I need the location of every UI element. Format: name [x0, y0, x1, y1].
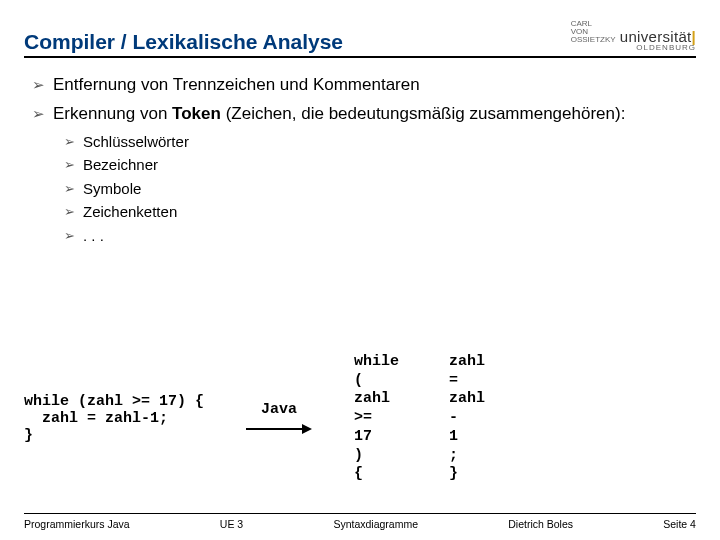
arrow-icon — [244, 422, 314, 436]
logo-lines: CARL VON OSSIETZKY — [571, 20, 616, 44]
logo-city: OLDENBURG — [636, 43, 696, 52]
bullet-text: . . . — [83, 226, 104, 246]
footer-author: Dietrich Boles — [508, 518, 573, 530]
source-code: while (zahl >= 17) { zahl = zahl-1; } — [24, 393, 204, 444]
bullet-level2: ➢ Symbole — [64, 179, 688, 199]
bullet-text: Entfernung von Trennzeichen und Kommenta… — [53, 74, 420, 97]
bullet-level2: ➢ Schlüsselwörter — [64, 132, 688, 152]
slide-footer: Programmierkurs Java UE 3 Syntaxdiagramm… — [24, 513, 696, 530]
bold-token: Token — [172, 104, 221, 123]
chevron-icon: ➢ — [64, 134, 75, 149]
bullet-text: Erkennung von Token (Zeichen, die bedeut… — [53, 103, 625, 126]
token-example: while (zahl >= 17) { zahl = zahl-1; } Ja… — [24, 353, 696, 484]
bullet-text: Symbole — [83, 179, 141, 199]
footer-unit: UE 3 — [220, 518, 243, 530]
bullet-level2: ➢ Bezeichner — [64, 155, 688, 175]
chevron-icon: ➢ — [32, 76, 45, 94]
bullet-level2: ➢ . . . — [64, 226, 688, 246]
university-logo: CARL VON OSSIETZKY universität| OLDENBUR… — [571, 20, 696, 54]
bullet-text: Bezeichner — [83, 155, 158, 175]
token-column-2: zahl = zahl - 1 ; } — [449, 353, 485, 484]
footer-page: Seite 4 — [663, 518, 696, 530]
bullet-level2: ➢ Zeichenketten — [64, 202, 688, 222]
bullet-level1: ➢ Erkennung von Token (Zeichen, die bede… — [32, 103, 688, 126]
chevron-icon: ➢ — [64, 228, 75, 243]
slide-title: Compiler / Lexikalische Analyse — [24, 30, 343, 54]
svg-marker-1 — [302, 424, 312, 434]
slide-content: ➢ Entfernung von Trennzeichen und Kommen… — [24, 74, 696, 245]
arrow-label: Java — [261, 401, 297, 418]
footer-topic: Syntaxdiagramme — [333, 518, 418, 530]
footer-course: Programmierkurs Java — [24, 518, 130, 530]
bullet-text: Schlüsselwörter — [83, 132, 189, 152]
bullet-level1: ➢ Entfernung von Trennzeichen und Kommen… — [32, 74, 688, 97]
arrow-block: Java — [244, 401, 314, 436]
bullet-text: Zeichenketten — [83, 202, 177, 222]
chevron-icon: ➢ — [64, 181, 75, 196]
token-column-1: while ( zahl >= 17 ) { — [354, 353, 399, 484]
slide-header: Compiler / Lexikalische Analyse CARL VON… — [24, 20, 696, 58]
chevron-icon: ➢ — [64, 157, 75, 172]
chevron-icon: ➢ — [32, 105, 45, 123]
chevron-icon: ➢ — [64, 204, 75, 219]
